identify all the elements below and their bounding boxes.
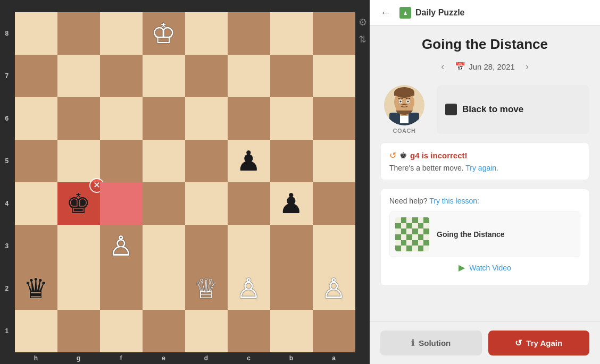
back-button[interactable]: ← bbox=[380, 6, 391, 19]
square-d1[interactable] bbox=[185, 310, 228, 352]
square-e2[interactable] bbox=[143, 267, 185, 310]
square-g8[interactable] bbox=[57, 12, 100, 55]
square-b1[interactable] bbox=[270, 310, 313, 352]
try-again-link[interactable]: Try again. bbox=[465, 164, 498, 172]
svg-rect-8 bbox=[394, 92, 414, 96]
square-h2[interactable]: ♛ bbox=[15, 267, 57, 310]
file-a: a bbox=[313, 354, 355, 362]
square-f4[interactable] bbox=[100, 182, 143, 225]
square-g1[interactable] bbox=[57, 310, 100, 352]
square-g5[interactable] bbox=[57, 140, 100, 182]
square-c6[interactable] bbox=[228, 97, 270, 140]
coach-avatar bbox=[384, 85, 424, 125]
square-e3[interactable] bbox=[143, 225, 185, 267]
file-h: h bbox=[15, 354, 57, 362]
square-b3[interactable] bbox=[270, 225, 313, 267]
square-e6[interactable] bbox=[143, 97, 185, 140]
prev-date-button[interactable]: ‹ bbox=[437, 59, 448, 74]
square-b7[interactable] bbox=[270, 55, 313, 97]
square-e1[interactable] bbox=[143, 310, 185, 352]
daily-puzzle-label: Daily Puzzle bbox=[415, 8, 464, 18]
coach-move-row: COACH Black to move bbox=[380, 85, 589, 134]
puzzle-date: Jun 28, 2021 bbox=[469, 62, 515, 71]
square-d3[interactable] bbox=[185, 225, 228, 267]
square-f1[interactable] bbox=[100, 310, 143, 352]
svg-text:♟: ♟ bbox=[403, 11, 407, 16]
square-a3[interactable] bbox=[313, 225, 355, 267]
square-c5[interactable]: ♟ bbox=[228, 140, 270, 182]
square-c8[interactable] bbox=[228, 12, 270, 55]
square-f5[interactable] bbox=[100, 140, 143, 182]
incorrect-subtitle: There's a better move. Try again. bbox=[389, 164, 580, 172]
solution-button[interactable]: ℹ Solution bbox=[380, 331, 482, 355]
square-a6[interactable] bbox=[313, 97, 355, 140]
square-b4[interactable]: ♟ bbox=[270, 182, 313, 225]
watch-video-row[interactable]: ▶ Watch Video bbox=[389, 257, 580, 278]
square-a1[interactable] bbox=[313, 310, 355, 352]
square-a7[interactable] bbox=[313, 55, 355, 97]
square-c4[interactable] bbox=[228, 182, 270, 225]
square-g7[interactable] bbox=[57, 55, 100, 97]
square-h6[interactable] bbox=[15, 97, 57, 140]
square-e4[interactable] bbox=[143, 182, 185, 225]
square-h8[interactable] bbox=[15, 12, 57, 55]
square-h4[interactable] bbox=[15, 182, 57, 225]
square-f2[interactable] bbox=[100, 267, 143, 310]
square-h1[interactable] bbox=[15, 310, 57, 352]
square-d5[interactable] bbox=[185, 140, 228, 182]
rank-3: 3 bbox=[5, 225, 9, 267]
square-d7[interactable] bbox=[185, 55, 228, 97]
right-panel: ← ♟ Daily Puzzle Going the Distance ‹ 📅 … bbox=[370, 0, 600, 364]
file-e: e bbox=[143, 354, 185, 362]
try-lesson-link[interactable]: Try this lesson: bbox=[429, 197, 479, 205]
square-c7[interactable] bbox=[228, 55, 270, 97]
square-b2[interactable] bbox=[270, 267, 313, 310]
square-g2[interactable] bbox=[57, 267, 100, 310]
square-b8[interactable] bbox=[270, 12, 313, 55]
rank-7: 7 bbox=[5, 55, 9, 97]
square-a4[interactable] bbox=[313, 182, 355, 225]
try-again-button[interactable]: ↺ Try Again bbox=[488, 331, 590, 355]
chess-board-panel: ⚙ ⇅ 8 7 6 5 4 3 2 1 ♔ bbox=[0, 0, 370, 364]
white-pawn-a2: ♙ bbox=[321, 275, 346, 302]
rank-labels: 8 7 6 5 4 3 2 1 bbox=[5, 12, 9, 352]
square-f8[interactable] bbox=[100, 12, 143, 55]
watch-video-text: Watch Video bbox=[469, 264, 511, 272]
next-date-button[interactable]: › bbox=[521, 59, 533, 74]
square-b6[interactable] bbox=[270, 97, 313, 140]
square-f7[interactable] bbox=[100, 55, 143, 97]
incorrect-move-label: g4 is incorrect! bbox=[410, 151, 468, 160]
square-b5[interactable] bbox=[270, 140, 313, 182]
square-h3[interactable] bbox=[15, 225, 57, 267]
square-h5[interactable] bbox=[15, 140, 57, 182]
lesson-card[interactable]: Going the Distance bbox=[389, 211, 580, 257]
square-d6[interactable] bbox=[185, 97, 228, 140]
rank-5: 5 bbox=[5, 140, 9, 182]
square-a2[interactable]: ♙ bbox=[313, 267, 355, 310]
flip-icon[interactable]: ⇅ bbox=[359, 33, 371, 46]
settings-icon[interactable]: ⚙ bbox=[359, 16, 371, 29]
file-g: g bbox=[57, 354, 100, 362]
square-g4[interactable]: ♚ ✕ bbox=[57, 182, 100, 225]
square-g3[interactable] bbox=[57, 225, 100, 267]
square-e5[interactable] bbox=[143, 140, 185, 182]
square-d8[interactable] bbox=[185, 12, 228, 55]
square-f3[interactable]: ♙ bbox=[100, 225, 143, 267]
rank-2: 2 bbox=[5, 267, 9, 310]
square-c2[interactable]: ♙ bbox=[228, 267, 270, 310]
square-c3[interactable] bbox=[228, 225, 270, 267]
square-e7[interactable] bbox=[143, 55, 185, 97]
square-h7[interactable] bbox=[15, 55, 57, 97]
square-c1[interactable] bbox=[228, 310, 270, 352]
square-g6[interactable] bbox=[57, 97, 100, 140]
square-d4[interactable] bbox=[185, 182, 228, 225]
file-c: c bbox=[228, 354, 270, 362]
square-d2[interactable]: ♕ bbox=[185, 267, 228, 310]
square-f6[interactable] bbox=[100, 97, 143, 140]
retry-icon: ↺ bbox=[389, 150, 396, 160]
puzzle-trophy-icon: ♟ bbox=[399, 7, 411, 19]
square-e8[interactable]: ♔ bbox=[143, 12, 185, 55]
chess-board[interactable]: ♔ bbox=[15, 12, 355, 352]
square-a5[interactable] bbox=[313, 140, 355, 182]
square-a8[interactable] bbox=[313, 12, 355, 55]
